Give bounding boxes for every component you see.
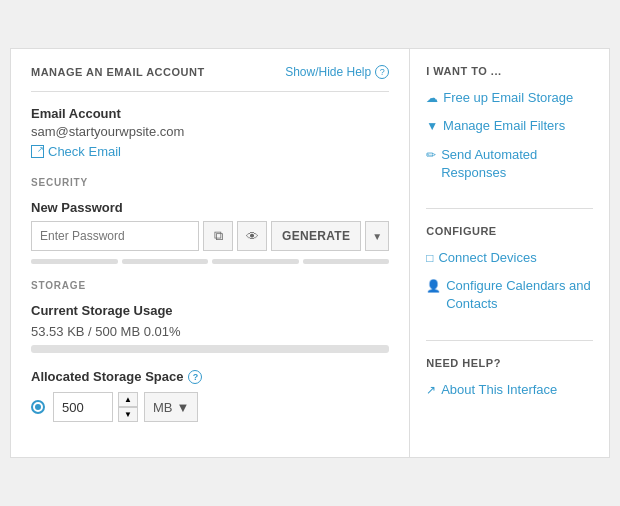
email-account-section: Email Account sam@startyourwpsite.com Ch… (31, 106, 389, 159)
allocated-help-icon: ? (188, 370, 202, 384)
email-account-label: Email Account (31, 106, 389, 121)
about-interface-text: About This Interface (441, 381, 593, 399)
unit-chevron-icon: ▼ (177, 400, 190, 415)
show-hide-help-link[interactable]: Show/Hide Help ? (285, 65, 389, 79)
copy-icon: ⧉ (214, 228, 223, 244)
security-section: SECURITY New Password ⧉ 👁 GENERATE ▼ (31, 177, 389, 264)
filter-icon: ▼ (426, 118, 438, 135)
email-address: sam@startyourwpsite.com (31, 124, 389, 139)
manage-filters-link[interactable]: ▼ Manage Email Filters (426, 117, 593, 135)
i-want-to-title: I WANT TO ... (426, 65, 593, 77)
allocated-label: Allocated Storage Space ? (31, 369, 389, 384)
send-automated-link[interactable]: ✏ Send Automated Responses (426, 146, 593, 182)
device-icon: □ (426, 250, 433, 267)
storage-number-input[interactable] (53, 392, 113, 422)
strength-bar-4 (303, 259, 390, 264)
unit-dropdown[interactable]: MB ▼ (144, 392, 198, 422)
check-email-icon (31, 145, 44, 158)
radio-dot-inner (35, 404, 41, 410)
strength-bar-2 (122, 259, 209, 264)
panel-header: MANAGE AN EMAIL ACCOUNT Show/Hide Help ? (31, 65, 389, 92)
main-container: MANAGE AN EMAIL ACCOUNT Show/Hide Help ?… (10, 48, 610, 458)
left-panel: MANAGE AN EMAIL ACCOUNT Show/Hide Help ?… (11, 49, 410, 457)
eye-slash-icon: 👁 (246, 229, 259, 244)
radio-row: ▲ ▼ MB ▼ (31, 392, 389, 422)
i-want-to-section: I WANT TO ... ☁ Free up Email Storage ▼ … (426, 65, 593, 209)
storage-bar-outer (31, 345, 389, 353)
help-circle-icon: ? (375, 65, 389, 79)
need-help-section: NEED HELP? ↗ About This Interface (426, 357, 593, 425)
generate-dropdown-btn[interactable]: ▼ (365, 221, 389, 251)
chevron-down-icon: ▼ (372, 231, 382, 242)
strength-bar-1 (31, 259, 118, 264)
need-help-title: NEED HELP? (426, 357, 593, 369)
connect-devices-link[interactable]: □ Connect Devices (426, 249, 593, 267)
copy-password-icon-btn[interactable]: ⧉ (203, 221, 233, 251)
about-interface-link[interactable]: ↗ About This Interface (426, 381, 593, 399)
right-panel: I WANT TO ... ☁ Free up Email Storage ▼ … (410, 49, 609, 457)
configure-section: CONFIGURE □ Connect Devices 👤 Configure … (426, 225, 593, 341)
number-input-row: ▲ ▼ MB ▼ (53, 392, 198, 422)
password-input[interactable] (31, 221, 199, 251)
calendar-icon: 👤 (426, 278, 441, 295)
password-row: ⧉ 👁 GENERATE ▼ (31, 221, 389, 251)
spin-up-btn[interactable]: ▲ (118, 392, 138, 407)
configure-title: CONFIGURE (426, 225, 593, 237)
unlimited-radio[interactable] (31, 400, 45, 414)
send-automated-text: Send Automated Responses (441, 146, 593, 182)
connect-devices-text: Connect Devices (438, 249, 593, 267)
configure-calendars-link[interactable]: 👤 Configure Calendars and Contacts (426, 277, 593, 313)
free-up-storage-text: Free up Email Storage (443, 89, 593, 107)
pencil-icon: ✏ (426, 147, 436, 164)
spinner-buttons: ▲ ▼ (118, 392, 138, 422)
current-storage-label: Current Storage Usage (31, 303, 389, 318)
storage-section: STORAGE Current Storage Usage 53.53 KB /… (31, 280, 389, 422)
storage-divider: STORAGE (31, 280, 389, 291)
strength-bar-container (31, 259, 389, 264)
free-up-storage-link[interactable]: ☁ Free up Email Storage (426, 89, 593, 107)
security-divider: SECURITY (31, 177, 389, 188)
cloud-icon: ☁ (426, 90, 438, 107)
generate-button[interactable]: GENERATE (271, 221, 361, 251)
storage-usage-text: 53.53 KB / 500 MB 0.01% (31, 324, 389, 339)
strength-bar-3 (212, 259, 299, 264)
configure-calendars-text: Configure Calendars and Contacts (446, 277, 593, 313)
panel-title: MANAGE AN EMAIL ACCOUNT (31, 66, 205, 78)
manage-filters-text: Manage Email Filters (443, 117, 593, 135)
check-email-link[interactable]: Check Email (31, 144, 389, 159)
spin-down-btn[interactable]: ▼ (118, 407, 138, 422)
password-field-label: New Password (31, 200, 389, 215)
toggle-visibility-btn[interactable]: 👁 (237, 221, 267, 251)
external-link-icon: ↗ (426, 382, 436, 399)
